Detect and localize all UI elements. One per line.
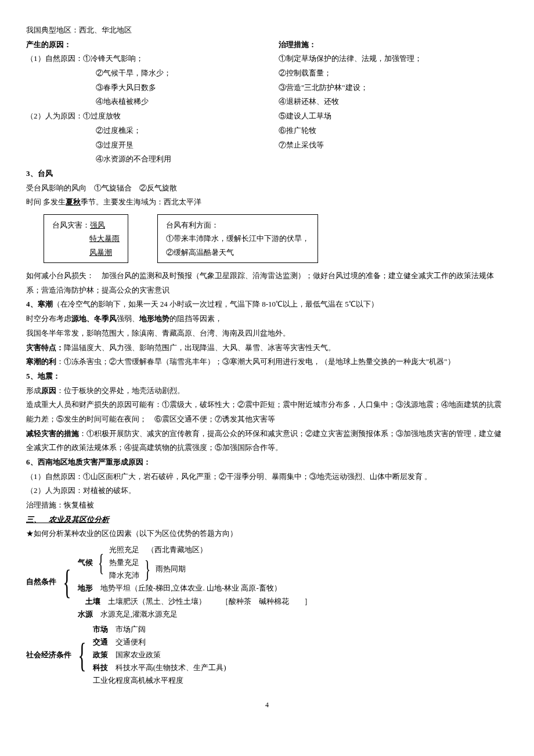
human-cause-2: ②过度樵采； bbox=[26, 124, 255, 138]
section-6-title: 6、西南地区地质灾害严重形成原因： bbox=[26, 455, 508, 470]
human-cause-1: （2）人为原因：①过度放牧 bbox=[26, 109, 255, 124]
box1-line2: 特大暴雨 bbox=[52, 232, 120, 245]
section-5-title: 5、地震： bbox=[26, 369, 508, 384]
box1-line1: 台风灾害：强风 bbox=[52, 218, 120, 232]
s4-line2: 我国冬半年常发，影响范围大，除滇南、青藏高原、台湾、海南及四川盆地外。 bbox=[26, 326, 508, 341]
social-b: 交通 交通便利 bbox=[93, 636, 226, 649]
climate-label: 气候 bbox=[78, 556, 93, 569]
climate-c: 降水充沛 bbox=[109, 569, 139, 582]
measures-title: 治理措施： bbox=[279, 38, 508, 52]
terrain-row: 地形 地势平坦（丘陵-梯田,立体农业. 山地-林业 高原-畜牧） bbox=[78, 582, 312, 595]
social-d: 科技 科技水平高(生物技术、生产工具) bbox=[93, 661, 226, 674]
measure-5: ⑤建设人工草场 bbox=[279, 109, 508, 124]
measure-3: ③营造"三北防护林"建设； bbox=[279, 81, 508, 95]
s5-line1: 形成原因：位于板块的交界处，地壳活动剧烈。 bbox=[26, 384, 508, 398]
natural-cause-2: ②气候干旱，降水少； bbox=[26, 66, 255, 81]
causes-col: 产生的原因： （1）自然原因：①冷锋天气影响； ②气候干旱，降水少； ③春季大风… bbox=[26, 38, 255, 167]
climate-together: 雨热同期 bbox=[156, 563, 186, 575]
social-a: 市场 市场广阔 bbox=[93, 623, 226, 636]
climate-b: 热量充足 bbox=[109, 556, 139, 569]
human-cause-3: ③过度开垦 bbox=[26, 138, 255, 153]
box1-line3: 风暴潮 bbox=[52, 246, 120, 259]
natural-cause-3: ③春季大风日数多 bbox=[26, 81, 255, 95]
s6-line3: 治理措施：恢复植被 bbox=[26, 498, 508, 513]
s3-line2: 时间 多发生夏秋季节。主要发生海域为：西北太平洋 bbox=[26, 195, 508, 210]
bracket-icon: { bbox=[62, 577, 72, 587]
measure-2: ②控制载畜量； bbox=[279, 66, 508, 81]
natural-conditions-block: 自然条件 { 气候 { 光照充足 （西北青藏地区） 热量充足 降水充沛 } 雨热… bbox=[26, 543, 508, 621]
climate-a: 光照充足 （西北青藏地区） bbox=[109, 543, 207, 556]
typhoon-boxes: 台风灾害：强风 特大暴雨 风暴潮 台风有利方面： ①带来丰沛降水，缓解长江中下游… bbox=[44, 214, 508, 263]
page-number: 4 bbox=[26, 699, 508, 712]
natural-content: 气候 { 光照充足 （西北青藏地区） 热量充足 降水充沛 } 雨热同期 地形 地… bbox=[78, 543, 312, 621]
soil-row: 土壤 土壤肥沃（黑土、沙性土壤） ［酸种茶 碱种棉花 ］ bbox=[78, 595, 312, 608]
measure-7: ⑦禁止采伐等 bbox=[279, 138, 508, 153]
intro-line: 我国典型地区：西北、华北地区 bbox=[26, 23, 508, 38]
box2-line3: ②缓解高温酷暑天气 bbox=[166, 246, 309, 259]
social-e: 工业化程度高机械水平程度 bbox=[93, 674, 226, 687]
water-row: 水源 水源充足,灌溉水源充足 bbox=[78, 608, 312, 621]
s6-line1: （1）自然原因：①山区面积广大，岩石破碎，风化严重；②干湿季分明、暴雨集中；③地… bbox=[26, 470, 508, 484]
s4-line4: 寒潮的利：①冻杀害虫；②大雪缓解春旱（瑞雪兆丰年）；③寒潮大风可利用进行发电，（… bbox=[26, 355, 508, 369]
measure-4: ④退耕还林、还牧 bbox=[279, 95, 508, 109]
s3-line1: 受台风影响的风向 ①气旋辐合 ②反气旋散 bbox=[26, 181, 508, 196]
natural-cause-1: （1）自然原因：①冷锋天气影响； bbox=[26, 52, 255, 66]
s6-line2: （2）人为原因：对植被的破坏。 bbox=[26, 484, 508, 498]
section-7-title: 三、 农业及其区位分析 bbox=[26, 513, 508, 527]
measure-6: ⑥推广轮牧 bbox=[279, 124, 508, 138]
climate-items: 光照充足 （西北青藏地区） 热量充足 降水充沛 } 雨热同期 bbox=[109, 543, 207, 582]
typhoon-benefit-box: 台风有利方面： ①带来丰沛降水，缓解长江中下游的伏旱， ②缓解高温酷暑天气 bbox=[157, 214, 318, 263]
s5-line2: 造成重大人员和财产损失的原因可能有：①震级大，破坏性大；②震中距短；震中附近城市… bbox=[26, 398, 508, 426]
bracket-icon: { bbox=[97, 559, 105, 567]
social-conditions-block: 社会经济条件 { 市场 市场广阔 交通 交通便利 政策 国家农业政策 科技 科技… bbox=[26, 623, 508, 687]
social-c: 政策 国家农业政策 bbox=[93, 649, 226, 661]
section-3-title: 3、台风 bbox=[26, 167, 508, 181]
s4-title: 4、寒潮（在冷空气的影响下，如果一天 24 小时或一次过程，气温下降 8-10℃… bbox=[26, 297, 508, 312]
typhoon-disaster-box: 台风灾害：强风 特大暴雨 风暴潮 bbox=[44, 214, 128, 263]
social-label: 社会经济条件 bbox=[26, 648, 71, 663]
s3-reduce: 如何减小台风损失： 加强台风的监测和及时预报（气象卫星跟踪、沿海雷达监测）；做好… bbox=[26, 269, 508, 297]
human-cause-4: ④水资源的不合理利用 bbox=[26, 152, 255, 167]
climate-row: 气候 { 光照充足 （西北青藏地区） 热量充足 降水充沛 } 雨热同期 bbox=[78, 543, 312, 582]
s7-star: ★如何分析某种农业的区位因素（以下为区位优势的答题方向） bbox=[26, 527, 508, 541]
causes-measures-block: 产生的原因： （1）自然原因：①冷锋天气影响； ②气候干旱，降水少； ③春季大风… bbox=[26, 38, 508, 167]
bracket-icon: { bbox=[77, 650, 87, 660]
bracket-close-icon: } bbox=[143, 566, 151, 573]
social-content: 市场 市场广阔 交通 交通便利 政策 国家农业政策 科技 科技水平高(生物技术、… bbox=[93, 623, 226, 687]
natural-cause-4: ④地表植被稀少 bbox=[26, 95, 255, 109]
measure-1: ①制定草场保护的法律、法规，加强管理； bbox=[279, 52, 508, 66]
s4-line3: 灾害特点：降温辐度大、风力强、影响范围广，出现降温、大风、暴雪、冰害等灾害性天气… bbox=[26, 341, 508, 355]
s4-line1: 时空分布考虑源地、冬季风强弱、地形地势的阻挡等因素， bbox=[26, 312, 508, 326]
measures-col: 治理措施： ①制定草场保护的法律、法规，加强管理； ②控制载畜量； ③营造"三北… bbox=[279, 38, 508, 167]
climate-bc-group: 热量充足 降水充沛 } 雨热同期 bbox=[109, 556, 207, 582]
s5-line3: 减轻灾害的措施：①积极开展防灾、减灾的宣传教育，提高公众的环保和减灾意识；②建立… bbox=[26, 427, 508, 455]
causes-title: 产生的原因： bbox=[26, 38, 255, 52]
natural-label: 自然条件 bbox=[26, 575, 56, 589]
box2-line1: 台风有利方面： bbox=[166, 218, 309, 232]
box2-line2: ①带来丰沛降水，缓解长江中下游的伏旱， bbox=[166, 232, 309, 245]
